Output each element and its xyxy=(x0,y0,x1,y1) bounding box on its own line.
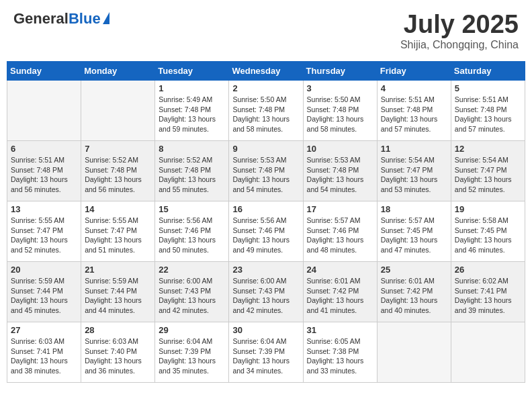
day-detail: Sunrise: 5:49 AMSunset: 7:48 PMDaylight:… xyxy=(159,95,225,134)
day-detail: Sunrise: 5:59 AMSunset: 7:44 PMDaylight:… xyxy=(85,276,151,316)
day-detail: Sunrise: 6:03 AMSunset: 7:41 PMDaylight:… xyxy=(11,336,77,376)
day-number: 13 xyxy=(11,204,77,214)
day-header-tuesday: Tuesday xyxy=(155,62,229,81)
day-number: 10 xyxy=(307,144,373,154)
calendar-week-4: 20Sunrise: 5:59 AMSunset: 7:44 PMDayligh… xyxy=(7,262,525,322)
day-number: 5 xyxy=(455,83,521,93)
day-number: 21 xyxy=(85,265,151,275)
day-detail: Sunrise: 5:51 AMSunset: 7:48 PMDaylight:… xyxy=(11,155,77,195)
day-number: 12 xyxy=(455,144,521,154)
calendar-cell: 21Sunrise: 5:59 AMSunset: 7:44 PMDayligh… xyxy=(81,262,155,322)
day-detail: Sunrise: 5:53 AMSunset: 7:48 PMDaylight:… xyxy=(307,155,373,195)
day-number: 8 xyxy=(159,144,225,154)
day-number: 16 xyxy=(232,204,299,214)
day-number: 26 xyxy=(455,265,521,275)
day-detail: Sunrise: 5:50 AMSunset: 7:48 PMDaylight:… xyxy=(307,95,373,134)
calendar-cell: 3Sunrise: 5:50 AMSunset: 7:48 PMDaylight… xyxy=(303,81,377,141)
calendar-cell: 4Sunrise: 5:51 AMSunset: 7:48 PMDaylight… xyxy=(377,81,451,141)
calendar-cell: 22Sunrise: 6:00 AMSunset: 7:43 PMDayligh… xyxy=(155,262,229,322)
day-header-sunday: Sunday xyxy=(7,62,81,81)
day-detail: Sunrise: 6:04 AMSunset: 7:39 PMDaylight:… xyxy=(159,336,225,376)
day-detail: Sunrise: 5:51 AMSunset: 7:48 PMDaylight:… xyxy=(381,95,447,134)
day-number: 30 xyxy=(232,325,299,335)
calendar-cell: 18Sunrise: 5:57 AMSunset: 7:45 PMDayligh… xyxy=(377,201,451,262)
logo-blue: Blue xyxy=(69,10,101,27)
day-detail: Sunrise: 6:03 AMSunset: 7:40 PMDaylight:… xyxy=(85,336,151,376)
day-detail: Sunrise: 6:05 AMSunset: 7:38 PMDaylight:… xyxy=(307,336,373,376)
calendar-cell: 17Sunrise: 5:57 AMSunset: 7:46 PMDayligh… xyxy=(303,201,377,262)
calendar-cell xyxy=(7,81,81,141)
day-header-friday: Friday xyxy=(377,62,451,81)
calendar-cell: 8Sunrise: 5:52 AMSunset: 7:48 PMDaylight… xyxy=(155,141,229,201)
day-number: 14 xyxy=(85,204,151,214)
day-number: 22 xyxy=(159,265,225,275)
calendar-cell: 13Sunrise: 5:55 AMSunset: 7:47 PMDayligh… xyxy=(7,201,81,262)
logo-icon xyxy=(103,12,109,24)
day-detail: Sunrise: 6:04 AMSunset: 7:39 PMDaylight:… xyxy=(232,336,299,376)
calendar-cell: 10Sunrise: 5:53 AMSunset: 7:48 PMDayligh… xyxy=(303,141,377,201)
day-detail: Sunrise: 5:50 AMSunset: 7:48 PMDaylight:… xyxy=(232,95,299,134)
day-number: 4 xyxy=(381,83,447,93)
day-detail: Sunrise: 5:55 AMSunset: 7:47 PMDaylight:… xyxy=(85,216,151,255)
calendar-cell: 28Sunrise: 6:03 AMSunset: 7:40 PMDayligh… xyxy=(81,322,155,383)
day-detail: Sunrise: 5:57 AMSunset: 7:46 PMDaylight:… xyxy=(307,216,373,255)
day-number: 3 xyxy=(307,83,373,93)
calendar-cell: 15Sunrise: 5:56 AMSunset: 7:46 PMDayligh… xyxy=(155,201,229,262)
calendar-cell: 29Sunrise: 6:04 AMSunset: 7:39 PMDayligh… xyxy=(155,322,229,383)
day-number: 24 xyxy=(307,265,373,275)
calendar-table: SundayMondayTuesdayWednesdayThursdayFrid… xyxy=(7,61,525,383)
calendar-cell: 30Sunrise: 6:04 AMSunset: 7:39 PMDayligh… xyxy=(229,322,303,383)
day-number: 17 xyxy=(307,204,373,214)
day-number: 1 xyxy=(159,83,225,93)
calendar-cell: 16Sunrise: 5:56 AMSunset: 7:46 PMDayligh… xyxy=(229,201,303,262)
day-number: 31 xyxy=(307,325,373,335)
calendar-week-2: 6Sunrise: 5:51 AMSunset: 7:48 PMDaylight… xyxy=(7,141,525,201)
day-detail: Sunrise: 5:54 AMSunset: 7:47 PMDaylight:… xyxy=(381,155,447,195)
day-number: 9 xyxy=(232,144,299,154)
calendar-cell: 27Sunrise: 6:03 AMSunset: 7:41 PMDayligh… xyxy=(7,322,81,383)
calendar-cell: 20Sunrise: 5:59 AMSunset: 7:44 PMDayligh… xyxy=(7,262,81,322)
calendar-cell: 31Sunrise: 6:05 AMSunset: 7:38 PMDayligh… xyxy=(303,322,377,383)
day-detail: Sunrise: 6:01 AMSunset: 7:42 PMDaylight:… xyxy=(307,276,373,316)
calendar-week-1: 1Sunrise: 5:49 AMSunset: 7:48 PMDaylight… xyxy=(7,81,525,141)
calendar-week-5: 27Sunrise: 6:03 AMSunset: 7:41 PMDayligh… xyxy=(7,322,525,383)
day-header-thursday: Thursday xyxy=(303,62,377,81)
day-number: 19 xyxy=(455,204,521,214)
day-detail: Sunrise: 5:59 AMSunset: 7:44 PMDaylight:… xyxy=(11,276,77,316)
location-title: Shijia, Chongqing, China xyxy=(400,39,519,51)
day-detail: Sunrise: 5:54 AMSunset: 7:47 PMDaylight:… xyxy=(455,155,521,195)
day-number: 11 xyxy=(381,144,447,154)
calendar-cell: 6Sunrise: 5:51 AMSunset: 7:48 PMDaylight… xyxy=(7,141,81,201)
day-detail: Sunrise: 5:52 AMSunset: 7:48 PMDaylight:… xyxy=(85,155,151,195)
day-number: 6 xyxy=(11,144,77,154)
day-detail: Sunrise: 5:56 AMSunset: 7:46 PMDaylight:… xyxy=(232,216,299,255)
day-number: 2 xyxy=(232,83,299,93)
logo-general: General xyxy=(13,10,69,27)
day-detail: Sunrise: 6:02 AMSunset: 7:41 PMDaylight:… xyxy=(455,276,521,316)
calendar-cell: 2Sunrise: 5:50 AMSunset: 7:48 PMDaylight… xyxy=(229,81,303,141)
day-detail: Sunrise: 6:00 AMSunset: 7:43 PMDaylight:… xyxy=(159,276,225,316)
day-detail: Sunrise: 5:51 AMSunset: 7:48 PMDaylight:… xyxy=(455,95,521,134)
day-header-wednesday: Wednesday xyxy=(229,62,303,81)
calendar-cell: 14Sunrise: 5:55 AMSunset: 7:47 PMDayligh… xyxy=(81,201,155,262)
calendar-cell: 25Sunrise: 6:01 AMSunset: 7:42 PMDayligh… xyxy=(377,262,451,322)
calendar-cell xyxy=(81,81,155,141)
day-number: 29 xyxy=(159,325,225,335)
day-detail: Sunrise: 5:57 AMSunset: 7:45 PMDaylight:… xyxy=(381,216,447,255)
day-number: 7 xyxy=(85,144,151,154)
day-number: 23 xyxy=(232,265,299,275)
day-number: 25 xyxy=(381,265,447,275)
day-header-saturday: Saturday xyxy=(451,62,525,81)
day-header-monday: Monday xyxy=(81,62,155,81)
page-header: GeneralBlue July 2025 Shijia, Chongqing,… xyxy=(7,7,525,54)
calendar-cell: 24Sunrise: 6:01 AMSunset: 7:42 PMDayligh… xyxy=(303,262,377,322)
calendar-cell xyxy=(377,322,451,383)
day-detail: Sunrise: 6:00 AMSunset: 7:43 PMDaylight:… xyxy=(232,276,299,316)
day-detail: Sunrise: 5:52 AMSunset: 7:48 PMDaylight:… xyxy=(159,155,225,195)
day-number: 15 xyxy=(159,204,225,214)
calendar-cell xyxy=(451,322,525,383)
calendar-cell: 7Sunrise: 5:52 AMSunset: 7:48 PMDaylight… xyxy=(81,141,155,201)
calendar-cell: 19Sunrise: 5:58 AMSunset: 7:45 PMDayligh… xyxy=(451,201,525,262)
calendar-week-3: 13Sunrise: 5:55 AMSunset: 7:47 PMDayligh… xyxy=(7,201,525,262)
logo-text: GeneralBlue xyxy=(13,10,101,28)
